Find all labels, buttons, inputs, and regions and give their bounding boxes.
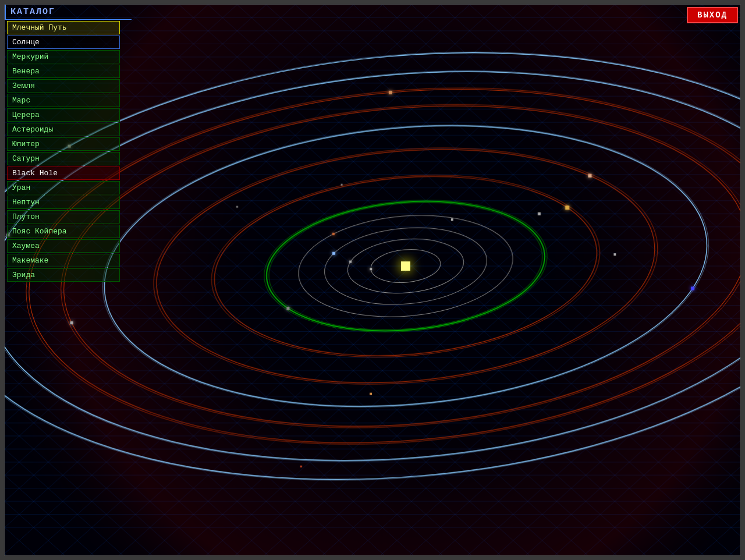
sidebar-item-uranus[interactable]: Уран [7,181,120,194]
sidebar-item-eris[interactable]: Эрида [7,268,120,282]
sidebar-item-blackhole[interactable]: Black Hole [7,166,120,180]
sidebar-item-kuiper[interactable]: Пояс Койпера [7,225,120,238]
sidebar-item-haumea[interactable]: Хаумеа [7,239,120,253]
sidebar-item-venus[interactable]: Венера [7,65,120,78]
sidebar-item-neptune[interactable]: Нептун [7,196,120,209]
sidebar-item-mercury[interactable]: Меркурий [7,50,120,63]
sidebar-item-jupiter[interactable]: Юпитер [7,137,120,151]
sidebar: КАТАЛОГ Млечный ПутьСолнцеМеркурийВенера… [5,5,132,555]
exit-button[interactable]: ВЫХОД [687,7,738,23]
sidebar-item-earth[interactable]: Земля [7,79,120,93]
sidebar-item-saturn[interactable]: Сатурн [7,152,120,165]
main-container: КАТАЛОГ Млечный ПутьСолнцеМеркурийВенера… [4,4,741,556]
sidebar-item-asteroids[interactable]: Астероиды [7,123,120,136]
catalog-header: КАТАЛОГ [5,5,132,20]
sidebar-item-ceres[interactable]: Церера [7,108,120,122]
sidebar-item-mars[interactable]: Марс [7,94,120,107]
sidebar-item-makemake[interactable]: Макемаке [7,254,120,267]
sidebar-item-sun[interactable]: Солнце [7,36,120,49]
sidebar-item-milky-way[interactable]: Млечный Путь [7,21,120,34]
sidebar-item-pluto[interactable]: Плутон [7,210,120,224]
catalog-list: Млечный ПутьСолнцеМеркурийВенераЗемляМар… [5,21,132,282]
